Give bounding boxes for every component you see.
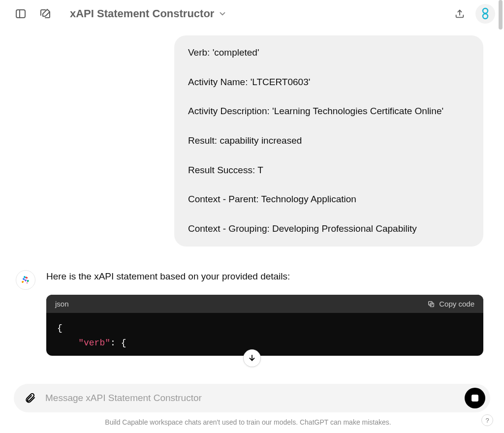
panel-icon <box>15 8 27 20</box>
stop-button[interactable] <box>465 388 485 408</box>
scroll-to-bottom-button[interactable] <box>243 349 261 367</box>
workspace-badge[interactable] <box>475 4 495 24</box>
compose-icon <box>39 8 51 20</box>
assistant-message: Here is the xAPI statement based on your… <box>14 270 483 355</box>
copy-icon <box>427 300 435 308</box>
window-scrollbar[interactable] <box>497 0 504 433</box>
new-chat-button[interactable] <box>36 5 54 23</box>
footer-disclaimer: Build Capable workspace chats aren't use… <box>0 418 496 426</box>
share-button[interactable] <box>451 5 469 23</box>
code-lang-label: json <box>55 300 69 308</box>
paperclip-icon <box>24 392 36 404</box>
user-line: Activity Name: 'LTCERT0603' <box>188 76 470 89</box>
message-input[interactable] <box>44 392 458 404</box>
copy-code-button[interactable]: Copy code <box>427 300 474 308</box>
model-picker[interactable]: xAPI Statement Constructor <box>70 7 227 20</box>
attach-button[interactable] <box>23 391 37 405</box>
user-line: Activity Description: 'Learning Technolo… <box>188 105 470 118</box>
assistant-avatar <box>16 270 35 290</box>
code-body[interactable]: { "verb": { <box>46 313 483 355</box>
code-block-header: json Copy code <box>46 295 483 313</box>
user-line: Result Success: T <box>188 164 470 177</box>
code-block: json Copy code { "verb": { <box>46 295 483 355</box>
arrow-down-icon <box>248 354 256 363</box>
toggle-sidebar-button[interactable] <box>12 5 30 23</box>
brand-icon <box>480 7 490 20</box>
conversation-area: Verb: 'completed' Activity Name: 'LTCERT… <box>0 35 497 379</box>
user-line: Context - Grouping: Developing Professio… <box>188 222 470 235</box>
chevron-down-icon <box>218 9 227 18</box>
user-line: Context - Parent: Technology Application <box>188 193 470 206</box>
svg-point-3 <box>483 8 488 13</box>
svg-rect-0 <box>16 10 25 18</box>
stop-icon <box>472 395 478 402</box>
copy-code-label: Copy code <box>439 300 474 308</box>
header-bar: xAPI Statement Constructor <box>0 0 504 28</box>
assistant-intro-text: Here is the xAPI statement based on your… <box>46 270 483 283</box>
help-button[interactable]: ? <box>481 414 493 426</box>
upload-icon <box>454 8 465 19</box>
user-line: Result: capability increased <box>188 134 470 147</box>
composer <box>14 384 490 412</box>
svg-point-4 <box>483 14 488 19</box>
help-icon: ? <box>485 417 489 424</box>
user-line: Verb: 'completed' <box>188 46 470 59</box>
page-title: xAPI Statement Constructor <box>70 7 214 20</box>
user-message-bubble: Verb: 'completed' Activity Name: 'LTCERT… <box>174 35 483 247</box>
